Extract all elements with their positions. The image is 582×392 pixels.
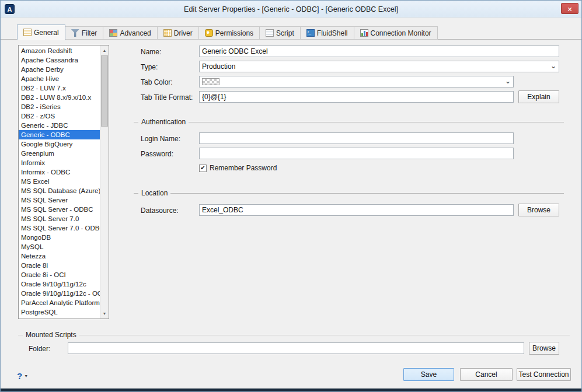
server-list-item[interactable]: Informix <box>19 158 100 167</box>
tab-label: Permissions <box>215 29 253 37</box>
help-label: ? <box>17 371 22 381</box>
password-label: Password: <box>141 148 173 160</box>
location-group: Location <box>134 193 564 194</box>
explain-button[interactable]: Explain <box>518 90 559 103</box>
folder-label: Folder: <box>29 343 50 355</box>
remember-password-checkbox[interactable] <box>199 164 207 172</box>
authentication-legend: Authentication <box>138 117 189 127</box>
login-name-label: Login Name: <box>141 133 180 145</box>
server-list-item[interactable]: ParAccel Analytic Platform <box>19 298 100 307</box>
datasource-label: Datasource: <box>141 205 179 216</box>
scroll-thumb[interactable] <box>101 55 108 127</box>
server-list-item[interactable]: Generic - ODBC <box>19 130 100 139</box>
server-list-item[interactable]: MS SQL Server <box>19 195 100 205</box>
location-legend: Location <box>138 188 170 198</box>
server-list-item[interactable]: MySQL <box>19 242 100 251</box>
close-icon <box>567 4 572 14</box>
mounted-scripts-legend: Mounted Scripts <box>23 330 79 340</box>
window-title: Edit Server Properties - [Generic - ODBC… <box>24 1 558 18</box>
authentication-group: Authentication <box>134 122 564 123</box>
server-list-item[interactable]: DB2 - LUW 7.x <box>19 83 100 93</box>
tab-label: Script <box>276 29 294 37</box>
remember-password-row[interactable]: Remember Password <box>199 164 277 172</box>
connection-monitor-icon <box>360 29 368 37</box>
server-list-item[interactable]: Apache Hive <box>19 74 100 83</box>
script-icon <box>266 29 274 37</box>
server-type-list: Amazon RedshiftApache CassandraApache De… <box>18 45 109 319</box>
server-list-item[interactable]: DB2 - LUW 8.x/9.x/10.x <box>19 93 100 102</box>
tab-title-format-input[interactable] <box>199 91 514 103</box>
server-list-item[interactable]: Google BigQuery <box>19 139 100 149</box>
tab-color-label: Tab Color: <box>141 76 173 88</box>
server-list-item[interactable]: MongoDB <box>19 233 100 242</box>
server-list-item[interactable]: Generic - JDBC <box>19 121 100 130</box>
server-list-item[interactable]: DB2 - iSeries <box>19 102 100 111</box>
remember-password-label: Remember Password <box>210 164 277 172</box>
cancel-button[interactable]: Cancel <box>460 368 513 381</box>
server-list-item[interactable]: MS Excel <box>19 177 100 186</box>
login-name-input[interactable] <box>199 132 514 144</box>
folder-browse-button[interactable]: Browse <box>529 342 559 355</box>
server-list-item[interactable]: Netezza <box>19 251 100 261</box>
server-list-item[interactable]: Oracle 8i <box>19 261 100 270</box>
tab-label: Filter <box>82 29 97 37</box>
filter-icon <box>71 29 79 37</box>
server-list-item[interactable]: Apache Derby <box>19 65 100 74</box>
window-bottom-border <box>1 388 581 391</box>
tab-permissions[interactable]: Permissions <box>199 26 260 40</box>
server-list-item[interactable]: MS SQL Server 7.0 - ODBC <box>19 223 100 233</box>
tab-driver[interactable]: Driver <box>158 26 199 40</box>
server-list-item[interactable]: Apache Cassandra <box>19 55 100 65</box>
server-list-item[interactable]: Oracle 9i/10g/11g/12c <box>19 279 100 289</box>
close-button[interactable] <box>561 3 578 14</box>
advanced-icon <box>109 29 117 37</box>
general-icon <box>23 29 32 36</box>
fluidshell-icon <box>306 29 315 37</box>
type-dropdown[interactable]: Production <box>199 61 559 72</box>
server-list-item[interactable]: Amazon Redshift <box>19 46 100 55</box>
app-logo-icon: A <box>5 4 15 14</box>
type-label: Type: <box>141 61 158 73</box>
chevron-down-icon <box>550 62 556 70</box>
server-list-item[interactable]: Greenplum <box>19 149 100 158</box>
tab-fluidshell[interactable]: FluidShell <box>301 26 354 40</box>
tab-color-swatch <box>202 78 219 85</box>
scroll-up-icon[interactable] <box>100 46 109 55</box>
tab-label: FluidShell <box>317 29 348 37</box>
tab-connection-monitor[interactable]: Connection Monitor <box>354 26 438 40</box>
server-list-item[interactable]: MS SQL Server 7.0 <box>19 214 100 223</box>
tab-label: Connection Monitor <box>371 29 431 37</box>
server-list-item[interactable]: DB2 - z/OS <box>19 111 100 121</box>
mounted-scripts-group: Mounted Scripts <box>18 335 570 335</box>
tab-label: General <box>34 29 59 37</box>
list-scrollbar[interactable] <box>100 46 109 318</box>
server-list-item[interactable]: MS SQL Database (Azure) <box>19 186 100 195</box>
tab-color-dropdown[interactable] <box>199 76 514 88</box>
help-button[interactable]: ? <box>17 370 28 382</box>
folder-input[interactable] <box>68 342 524 354</box>
password-input[interactable] <box>199 148 514 159</box>
name-input[interactable] <box>199 46 559 57</box>
server-list-item[interactable]: SAP HANA <box>19 317 100 318</box>
scroll-down-icon[interactable] <box>100 309 109 318</box>
tab-label: Driver <box>174 29 193 37</box>
server-list-item[interactable]: Informix - ODBC <box>19 167 100 177</box>
driver-icon <box>163 29 172 37</box>
save-button[interactable]: Save <box>403 368 454 381</box>
tab-advanced[interactable]: Advanced <box>103 26 157 40</box>
edit-server-properties-dialog: A Edit Server Properties - [Generic - OD… <box>0 0 582 392</box>
tab-filter[interactable]: Filter <box>65 26 104 40</box>
tab-general[interactable]: General <box>17 24 65 40</box>
server-list-item[interactable]: MS SQL Server - ODBC <box>19 205 100 214</box>
datasource-input[interactable] <box>199 204 514 216</box>
datasource-browse-button[interactable]: Browse <box>518 204 559 216</box>
name-label: Name: <box>141 46 161 58</box>
test-connection-button[interactable]: Test Connection <box>517 368 571 381</box>
server-list-item[interactable]: Oracle 8i - OCI <box>19 270 100 279</box>
tab-script[interactable]: Script <box>260 26 301 40</box>
server-list-item[interactable]: Oracle 9i/10g/11g/12c - OCI <box>19 289 100 298</box>
tab-label: Advanced <box>120 29 151 37</box>
titlebar[interactable]: A Edit Server Properties - [Generic - OD… <box>1 1 581 18</box>
server-list-item[interactable]: PostgreSQL <box>19 307 100 317</box>
type-selected-value: Production <box>202 62 235 71</box>
